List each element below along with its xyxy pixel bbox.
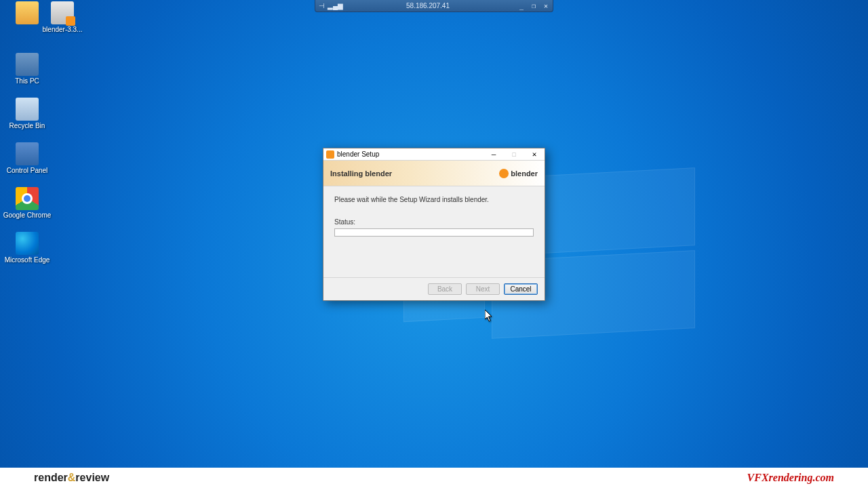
desktop-icon-blender-msi[interactable]: blender-3.3...	[38, 1, 87, 34]
dialog-header-title: Installing blender	[330, 169, 392, 178]
brand-text: blender	[511, 169, 538, 178]
installer-dialog: blender Setup — ☐ ✕ Installing blender b…	[323, 148, 545, 301]
watermark-strip: render&review VFXrendering.com	[0, 468, 868, 488]
brand-logo: blender	[499, 169, 538, 178]
chrome-icon	[16, 187, 39, 210]
window-minimize-button[interactable]: —	[484, 148, 504, 161]
watermark-right: VFXrendering.com	[747, 472, 834, 484]
control-panel-icon	[16, 142, 39, 165]
session-ip: 58.186.207.41	[340, 2, 516, 9]
blender-icon	[499, 169, 509, 178]
recycle-bin-icon	[16, 98, 39, 121]
desktop-icon-label: Google Chrome	[3, 211, 52, 220]
pin-icon[interactable]: ⊣	[315, 2, 328, 9]
close-button[interactable]: ✕	[540, 1, 551, 11]
app-icon	[326, 150, 334, 159]
window-maximize-button: ☐	[504, 148, 524, 161]
dialog-message: Please wait while the Setup Wizard insta…	[334, 196, 534, 203]
folder-icon	[16, 1, 39, 24]
desktop-icon-chrome[interactable]: Google Chrome	[3, 187, 52, 220]
signal-icon: ▂▄▆	[328, 2, 340, 9]
desktop-icon-label: Microsoft Edge	[5, 256, 50, 264]
cancel-button[interactable]: Cancel	[504, 283, 538, 295]
watermark-left: render&review	[34, 472, 109, 484]
dialog-header: Installing blender blender	[323, 161, 545, 186]
titlebar[interactable]: blender Setup — ☐ ✕	[323, 148, 545, 161]
progress-bar	[334, 228, 534, 237]
desktop-icon-edge[interactable]: Microsoft Edge	[3, 232, 52, 264]
window-close-button[interactable]: ✕	[524, 148, 545, 161]
desktop-icon-label: Recycle Bin	[9, 122, 45, 130]
desktop-icon-label: Control Panel	[7, 167, 48, 175]
desktop-icons-col2: blender-3.3...	[38, 1, 87, 46]
edge-icon	[16, 232, 39, 255]
desktop-icon-label: This PC	[15, 77, 39, 85]
desktop-icon-recycle-bin[interactable]: Recycle Bin	[3, 98, 52, 130]
status-label: Status:	[334, 218, 534, 226]
rdp-session-bar: ⊣ ▂▄▆ 58.186.207.41 _ ❐ ✕	[315, 0, 553, 12]
minimize-button[interactable]: _	[516, 1, 527, 11]
installer-icon	[51, 1, 74, 24]
this-pc-icon	[16, 53, 39, 76]
dialog-footer: Back Next Cancel	[323, 277, 545, 300]
desktop-icon-control-panel[interactable]: Control Panel	[3, 142, 52, 175]
back-button: Back	[428, 283, 462, 295]
desktop-icon-this-pc[interactable]: This PC	[3, 53, 52, 85]
restore-button[interactable]: ❐	[528, 1, 539, 11]
desktop-icon-label: blender-3.3...	[43, 26, 83, 34]
next-button: Next	[466, 283, 500, 295]
window-title: blender Setup	[337, 150, 484, 158]
dialog-body: Please wait while the Setup Wizard insta…	[323, 186, 545, 277]
